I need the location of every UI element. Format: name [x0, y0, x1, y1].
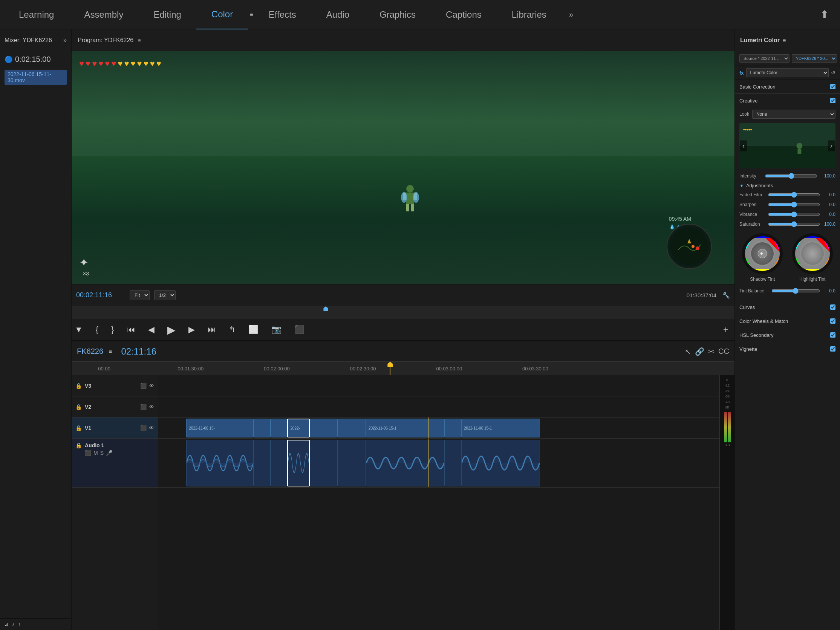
v3-lock-icon[interactable]: 🔒 [75, 383, 82, 389]
nav-item-color[interactable]: Color [196, 0, 248, 29]
v2-toggle-icon[interactable]: ⬛ [140, 404, 147, 410]
step-back-button[interactable]: ◀ [145, 323, 158, 336]
carousel-next-button[interactable]: › [828, 141, 835, 152]
timeline-timecode[interactable]: 02:11:16 [121, 346, 156, 357]
video-clip-7[interactable]: 2022-11-06 15-1 [366, 418, 444, 437]
track-select-tool[interactable]: ↖ [685, 347, 691, 356]
nav-item-graphics[interactable]: Graphics [365, 0, 431, 29]
audio-clip-5[interactable] [310, 440, 338, 486]
video-clip-5[interactable] [310, 418, 338, 437]
v1-toggle-icon[interactable]: ⬛ [140, 425, 147, 431]
curves-header[interactable]: Curves [735, 300, 840, 314]
a1-mic-icon[interactable]: 🎤 [106, 450, 112, 456]
color-wheels-match-checkbox[interactable] [830, 318, 835, 324]
vibrance-slider[interactable] [768, 212, 820, 218]
nav-item-learning[interactable]: Learning [4, 0, 69, 29]
timeline-playhead-marker[interactable] [387, 362, 393, 367]
audio-clip-6[interactable] [338, 440, 366, 486]
color-wheels-match-header[interactable]: Color Wheels & Match [735, 314, 840, 328]
tint-balance-slider[interactable] [771, 288, 820, 294]
carousel-prev-button[interactable]: ‹ [740, 141, 747, 152]
music-icon[interactable]: ♪ [12, 622, 14, 627]
settings-wrench-icon[interactable]: 🔧 [722, 292, 730, 299]
a1-track-icon[interactable]: ⬛ [85, 450, 91, 456]
audio-clip-9[interactable] [461, 440, 540, 486]
basic-correction-checkbox[interactable] [830, 84, 835, 89]
v1-eye-icon[interactable]: 👁 [149, 425, 154, 431]
look-dropdown[interactable]: None [752, 110, 835, 119]
mark-in-button[interactable]: { [93, 323, 101, 336]
creative-header[interactable]: Creative [735, 94, 840, 107]
resolution-dropdown[interactable]: 1/2 [154, 290, 175, 300]
export-button[interactable]: ⬆ [813, 8, 836, 21]
goto-out-button[interactable]: ⏭ [205, 323, 219, 336]
audio-clip-8[interactable] [444, 440, 461, 486]
mark-out-button[interactable]: } [108, 323, 117, 336]
lumetri-menu-icon[interactable]: ≡ [783, 37, 786, 43]
v2-eye-icon[interactable]: 👁 [149, 404, 154, 410]
a1-solo-button[interactable]: S [100, 450, 104, 456]
camera-button[interactable]: 📷 [268, 323, 284, 336]
audio-clip-4[interactable] [287, 440, 310, 486]
v1-lock-icon[interactable]: 🔒 [75, 425, 82, 431]
video-clip-8[interactable] [444, 418, 461, 437]
creative-checkbox[interactable] [830, 98, 835, 103]
step-fwd-button[interactable]: ▶ [185, 323, 198, 336]
nav-item-libraries[interactable]: Libraries [497, 0, 562, 29]
overlay-button[interactable]: ⬜ [245, 323, 262, 336]
audio-clip-7[interactable] [366, 440, 444, 486]
sharpen-slider[interactable] [768, 202, 820, 208]
nav-item-captions[interactable]: Captions [431, 0, 497, 29]
fit-dropdown[interactable]: Fit [129, 290, 150, 300]
video-clip-4[interactable]: 2022- [287, 418, 310, 437]
audio-clip-2[interactable] [254, 440, 271, 486]
program-monitor-menu-icon[interactable]: ≡ [138, 38, 141, 43]
playhead-ruler[interactable] [72, 306, 734, 319]
audio-clip-3[interactable] [271, 440, 287, 486]
add-button[interactable]: + [723, 324, 728, 335]
audio-clip-1[interactable] [186, 440, 254, 486]
nav-item-assembly[interactable]: Assembly [69, 0, 138, 29]
cc-tool[interactable]: CC [718, 347, 729, 356]
source-dropdown[interactable]: Source * 2022-11-... [739, 54, 789, 63]
target-dropdown[interactable]: YDFK6226 * 20... [792, 54, 837, 63]
vignette-checkbox[interactable] [830, 346, 835, 352]
basic-correction-header[interactable]: Basic Correction [735, 80, 840, 93]
mark-button[interactable]: ▼ [72, 323, 86, 336]
nav-item-effects[interactable]: Effects [254, 0, 311, 29]
playhead-ruler-inner[interactable] [72, 306, 734, 319]
shadow-tint-wheel[interactable]: + [742, 233, 783, 274]
nav-more-button[interactable]: » [562, 10, 581, 19]
video-clip-9[interactable]: 2022-11-06 15-1 [461, 418, 540, 437]
video-clip-2[interactable] [254, 418, 271, 437]
hsl-secondary-checkbox[interactable] [830, 332, 835, 338]
a1-lock-icon[interactable]: 🔒 [75, 442, 82, 448]
adjustments-toggle[interactable]: ▼ Adjustments [735, 181, 840, 190]
export-clip-icon[interactable]: ↑ [18, 622, 21, 627]
intensity-slider[interactable] [765, 173, 817, 179]
faded-film-slider[interactable] [768, 192, 820, 198]
mixer-expand-icon[interactable]: » [63, 37, 67, 44]
link-tool[interactable]: 🔗 [695, 347, 704, 356]
v3-eye-icon[interactable]: 👁 [149, 383, 154, 389]
fx-reset-icon[interactable]: ↺ [831, 70, 835, 76]
video-clip-3[interactable] [271, 418, 287, 437]
clip-label-text[interactable]: 2022-11-06 15-11-30.mov [5, 70, 67, 85]
sequence-menu-icon[interactable]: ≡ [109, 348, 112, 355]
timecode-value[interactable]: 0:02:15:00 [15, 55, 51, 64]
saturation-slider[interactable] [768, 221, 820, 227]
nav-item-audio[interactable]: Audio [311, 0, 365, 29]
video-clip-6[interactable] [338, 418, 366, 437]
curves-checkbox[interactable] [830, 305, 835, 310]
goto-in-button[interactable]: ⏮ [124, 323, 138, 336]
video-timecode[interactable]: 00:02:11:16 [76, 291, 125, 299]
playhead-marker[interactable] [323, 306, 328, 311]
effect-dropdown[interactable]: Lumetri Color [746, 68, 829, 77]
filter-icon[interactable]: ⊿ [5, 622, 8, 627]
play-button[interactable]: ▶ [164, 322, 178, 338]
nav-item-editing[interactable]: Editing [138, 0, 196, 29]
multi-button[interactable]: ⬛ [291, 323, 308, 336]
v3-toggle-icon[interactable]: ⬛ [140, 383, 147, 389]
a1-mute-button[interactable]: M [93, 450, 98, 456]
v2-lock-icon[interactable]: 🔒 [75, 404, 82, 410]
